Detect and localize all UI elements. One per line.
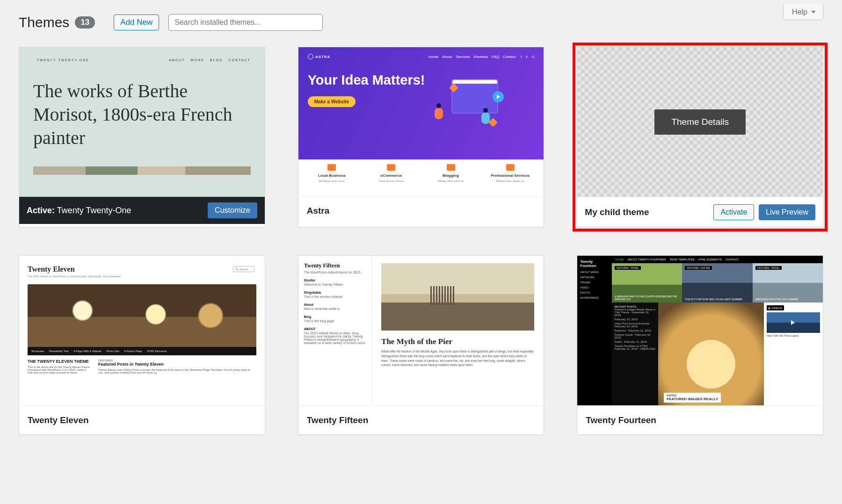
activate-button[interactable]: Activate	[713, 204, 754, 220]
theme-thumbnail: Twenty Fifteen The WordPress default the…	[298, 256, 544, 405]
search-icon: 🔍 Search	[233, 266, 254, 272]
preview-nav: HomeAboutServicesReviewsFAQContact f𝕏G	[425, 55, 534, 59]
edit-icon	[447, 164, 455, 171]
preview-cta: Make a Website	[308, 96, 356, 107]
twitter-icon: 𝕏	[525, 55, 528, 58]
theme-card-twenty-fourteen[interactable]: Twenty Fourteen ABOUT MENUARTWORKTRAVELV…	[577, 255, 823, 435]
theme-card-active[interactable]: TWENTY TWENTY-ONE ABOUT WORK BLOG CONTAC…	[19, 47, 265, 227]
theme-name: My child theme	[585, 207, 649, 217]
theme-name: Twenty Fourteen	[577, 405, 823, 434]
preview-photo	[381, 263, 534, 331]
shop-icon	[327, 164, 336, 171]
theme-card-astra[interactable]: ASTRA HomeAboutServicesReviewsFAQContact…	[298, 47, 544, 227]
search-themes-input[interactable]	[168, 14, 323, 31]
active-theme-bar: Active: Twenty Twenty-One Customize	[19, 197, 265, 224]
theme-name: Astra	[298, 197, 544, 224]
preview-main-photo: PHOTOSFEATURED IMAGES REALLY	[658, 302, 764, 405]
preview-nav: ShowcaseReadability TestA Page With a Si…	[28, 347, 256, 355]
theme-thumbnail: Twenty Eleven The 2011 theme for WordPre…	[19, 256, 265, 405]
preview-tagline: The 2011 theme for WordPress is sophisti…	[28, 275, 256, 278]
play-icon	[493, 91, 504, 102]
theme-thumbnail: TWENTY TWENTY-ONE ABOUT WORK BLOG CONTAC…	[19, 47, 265, 197]
help-tab[interactable]: Help	[783, 5, 823, 20]
person-icon	[506, 164, 515, 171]
help-label: Help	[792, 8, 807, 16]
preview-nav: HOMEABOUT TWENTY FOURTEENPAGE TEMPLATESH…	[612, 256, 823, 263]
theme-count-badge: 13	[75, 16, 95, 29]
astra-logo-icon: ASTRA	[308, 54, 331, 59]
preview-sidebar: Twenty Fourteen ABOUT MENUARTWORKTRAVELV…	[577, 256, 611, 405]
preview-site-name: Twenty Eleven	[28, 265, 256, 274]
theme-card-twenty-eleven[interactable]: Twenty Eleven The 2011 theme for WordPre…	[19, 255, 265, 435]
active-theme-label: Active: Twenty Twenty-One	[27, 206, 131, 216]
preview-main: The Myth of the Pier Albeit after the fa…	[372, 256, 544, 405]
google-icon: G	[532, 55, 534, 58]
preview-headline: The works of Berthe Morisot, 1800s-era F…	[33, 79, 251, 150]
preview-site-name: TWENTY TWENTY-ONE	[37, 58, 89, 62]
preview-featured-row: FEATURED, TRAVELA WEEKEND AWAY IN THE CO…	[612, 263, 823, 302]
preview-nav: ABOUT WORK BLOG CONTACT	[165, 58, 250, 62]
preview-headline: Your Idea Matters!	[308, 72, 425, 88]
preview-sidebar: Twenty Fifteen The WordPress default the…	[298, 256, 372, 405]
add-new-button[interactable]: Add New	[114, 14, 159, 30]
cart-icon	[387, 164, 395, 171]
theme-thumbnail: Twenty Fourteen ABOUT MENUARTWORKTRAVELV…	[577, 256, 823, 405]
live-preview-button[interactable]: Live Preview	[759, 204, 815, 220]
theme-thumbnail: ASTRA HomeAboutServicesReviewsFAQContact…	[298, 47, 544, 197]
theme-details-button[interactable]: Theme Details	[654, 109, 746, 135]
theme-card-twenty-fifteen[interactable]: Twenty Fifteen The WordPress default the…	[298, 255, 544, 435]
chevron-down-icon	[811, 11, 816, 14]
facebook-icon: f	[521, 55, 522, 58]
theme-name: Twenty Fifteen	[298, 405, 544, 434]
theme-card-child-theme[interactable]: Theme Details My child theme Activate Li…	[577, 47, 823, 227]
preview-recent-posts: RECENT POSTS Featured Images Really Shin…	[612, 302, 658, 405]
customize-button[interactable]: Customize	[208, 202, 257, 218]
theme-thumbnail: Theme Details	[577, 47, 823, 197]
theme-name: Twenty Eleven	[19, 405, 265, 434]
page-header: Themes 13 Add New	[19, 5, 823, 42]
themes-grid: TWENTY TWENTY-ONE ABOUT WORK BLOG CONTAC…	[19, 47, 823, 435]
preview-header-image	[28, 284, 256, 347]
preview-image-strip	[33, 166, 251, 175]
preview-video-widget: ▶ VIDEOS New York HD Time Lapse	[764, 302, 823, 405]
page-title: Themes	[19, 14, 69, 30]
preview-illustration	[430, 72, 500, 129]
